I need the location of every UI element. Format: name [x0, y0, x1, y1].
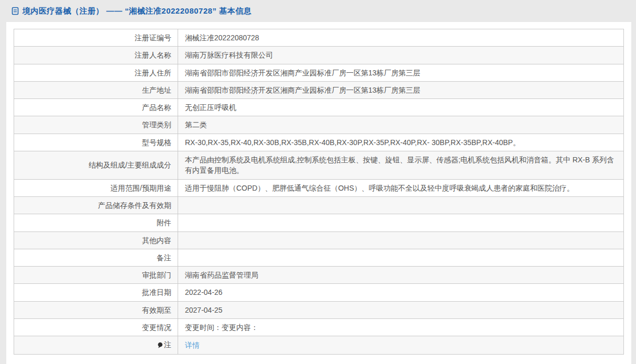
table-row: 注册人住所 湖南省邵阳市邵阳经济开发区湘商产业园标准厂房一区第13栋厂房第三层	[14, 64, 624, 81]
row-label: 注册人住所	[14, 64, 178, 81]
table-row: 产品名称 无创正压呼吸机	[14, 99, 624, 116]
note-bulb-icon	[157, 342, 163, 349]
note-label-text: 注	[164, 339, 171, 350]
document-icon	[12, 7, 19, 15]
row-label: 产品储存条件及有效期	[14, 196, 178, 214]
row-label: 审批部门	[14, 267, 178, 284]
table-row: 结构及组成/主要组成成分 本产品由控制系统及电机系统组成,控制系统包括主板、按键…	[14, 151, 624, 180]
row-value: 湖南省药品监督管理局	[178, 267, 624, 284]
row-label: 型号规格	[14, 134, 178, 151]
row-label: 附件	[14, 214, 178, 231]
table-row: 生产地址 湖南省邵阳市邵阳经济开发区湘商产业园标准厂房一区第13栋厂房第三层	[14, 81, 624, 98]
table-row: 备注	[14, 249, 624, 266]
row-label: 批准日期	[14, 284, 178, 301]
row-label: 结构及组成/主要组成成分	[14, 151, 178, 180]
row-label: 产品名称	[14, 99, 178, 116]
row-label: 适用范围/预期用途	[14, 179, 178, 196]
table-row: 注册人名称 湖南万脉医疗科技有限公司	[14, 47, 624, 64]
row-label: 注册人名称	[14, 47, 178, 64]
table-row: 型号规格 RX-30,RX-35,RX-40,RX-30B,RX-35B,RX-…	[14, 134, 624, 151]
row-label: 注	[14, 336, 178, 355]
row-value	[178, 196, 624, 214]
row-value: 第二类	[178, 116, 624, 134]
table-row: 有效期至 2027-04-25	[14, 301, 624, 318]
table-row: 产品储存条件及有效期	[14, 196, 624, 214]
row-value	[178, 214, 624, 231]
row-value: 2027-04-25	[178, 301, 624, 318]
row-value: 变更时间：变更内容：	[178, 319, 624, 336]
table-row: 注册证编号 湘械注准20222080728	[14, 29, 624, 47]
row-label: 生产地址	[14, 81, 178, 98]
row-value: 湘械注准20222080728	[178, 29, 624, 47]
row-value: 湖南省邵阳市邵阳经济开发区湘商产业园标准厂房一区第13栋厂房第三层	[178, 81, 624, 98]
page-title: 境内医疗器械（注册） —— “湘械注准20222080728” 基本信息	[23, 6, 251, 16]
row-label: 注册证编号	[14, 29, 178, 47]
row-label: 变更情况	[14, 319, 178, 336]
table-row: 附件	[14, 214, 624, 231]
row-value: 详情	[178, 336, 624, 355]
row-value: 湖南万脉医疗科技有限公司	[178, 47, 624, 64]
table-row: 适用范围/预期用途 适用于慢阻肺（COPD）、肥胖低通气综合征（OHS）、呼吸功…	[14, 179, 624, 196]
row-value: 2022-04-26	[178, 284, 624, 301]
page-header: 境内医疗器械（注册） —— “湘械注准20222080728” 基本信息	[0, 0, 636, 22]
row-value: 本产品由控制系统及电机系统组成,控制系统包括主板、按键、旋钮、显示屏、传感器;电…	[178, 151, 624, 180]
row-value: 湖南省邵阳市邵阳经济开发区湘商产业园标准厂房一区第13栋厂房第三层	[178, 64, 624, 81]
table-row: 批准日期 2022-04-26	[14, 284, 624, 301]
row-label: 有效期至	[14, 301, 178, 318]
content-card: 注册证编号 湘械注准20222080728 注册人名称 湖南万脉医疗科技有限公司…	[6, 22, 631, 364]
details-link[interactable]: 详情	[185, 341, 200, 349]
registration-info-table: 注册证编号 湘械注准20222080728 注册人名称 湖南万脉医疗科技有限公司…	[14, 29, 624, 355]
table-row: 其他内容	[14, 231, 624, 249]
table-row: 审批部门 湖南省药品监督管理局	[14, 267, 624, 284]
row-value: 无创正压呼吸机	[178, 99, 624, 116]
row-value: RX-30,RX-35,RX-40,RX-30B,RX-35B,RX-40B,R…	[178, 134, 624, 151]
row-value	[178, 249, 624, 266]
row-label: 其他内容	[14, 231, 178, 249]
table-row: 变更情况 变更时间：变更内容：	[14, 319, 624, 336]
row-value	[178, 231, 624, 249]
row-value: 适用于慢阻肺（COPD）、肥胖低通气综合征（OHS）、呼吸功能不全以及轻中度呼吸…	[178, 179, 624, 196]
row-label: 管理类别	[14, 116, 178, 134]
table-row: 管理类别 第二类	[14, 116, 624, 134]
row-label: 备注	[14, 249, 178, 266]
table-row-note: 注 详情	[14, 336, 624, 355]
